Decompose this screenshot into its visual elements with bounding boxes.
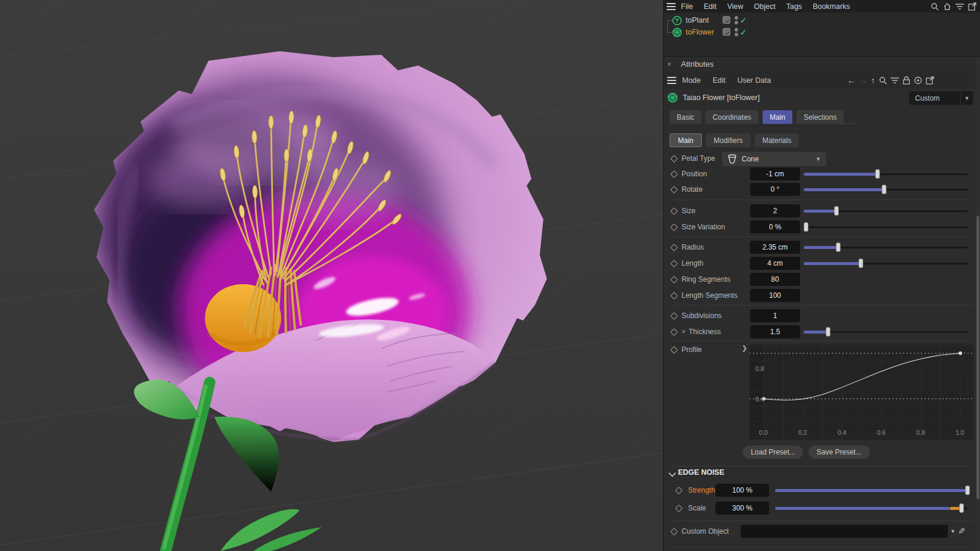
track-target-icon[interactable] bbox=[914, 76, 922, 85]
param-diamond-icon[interactable] bbox=[670, 223, 678, 231]
param-diamond-icon[interactable] bbox=[670, 292, 678, 300]
subtab-modifiers[interactable]: Modifiers bbox=[706, 133, 751, 147]
rotate-slider[interactable] bbox=[804, 183, 967, 196]
param-diamond-icon[interactable] bbox=[670, 170, 678, 178]
radius-value[interactable]: 2.35 cm bbox=[750, 241, 800, 254]
size-variation-value[interactable]: 0 % bbox=[750, 220, 800, 234]
edge-noise-section-header[interactable]: EDGE NOISE bbox=[664, 466, 980, 480]
lock-icon[interactable] bbox=[903, 76, 910, 85]
search-icon[interactable] bbox=[879, 76, 887, 85]
menu-file[interactable]: File bbox=[681, 2, 693, 11]
tab-basic[interactable]: Basic bbox=[670, 110, 701, 124]
preset-mode-dropdown[interactable]: Custom ▼ bbox=[909, 91, 973, 105]
scale-value[interactable]: 300 % bbox=[715, 502, 769, 515]
enabled-check-icon[interactable]: ✓ bbox=[740, 16, 747, 24]
position-slider[interactable] bbox=[804, 167, 967, 180]
splitter-handle[interactable]: ······ bbox=[842, 120, 860, 126]
popout-icon[interactable] bbox=[926, 76, 934, 85]
param-diamond-icon[interactable] bbox=[675, 487, 683, 494]
splitter[interactable] bbox=[740, 127, 966, 128]
length-slider[interactable] bbox=[804, 257, 967, 270]
subtab-materials[interactable]: Materials bbox=[755, 133, 799, 147]
search-icon[interactable] bbox=[931, 2, 939, 11]
enabled-check-icon[interactable]: ✓ bbox=[740, 28, 747, 36]
chevron-down-icon[interactable]: ▼ bbox=[950, 528, 956, 534]
hamburger-menu-icon[interactable] bbox=[667, 3, 676, 10]
ring-segments-value[interactable]: 80 bbox=[750, 273, 800, 286]
pick-object-pencil-icon[interactable]: ✎ bbox=[958, 526, 966, 537]
menu-object[interactable]: Object bbox=[754, 2, 776, 11]
forward-arrow-icon[interactable]: → bbox=[859, 76, 867, 85]
param-diamond-icon[interactable] bbox=[670, 312, 678, 320]
svg-text:0.8: 0.8 bbox=[916, 429, 925, 436]
position-value[interactable]: -1 cm bbox=[750, 167, 800, 180]
thickness-value[interactable]: 1.5 bbox=[750, 325, 800, 338]
size-value[interactable]: 2 bbox=[750, 204, 800, 217]
visibility-dots[interactable] bbox=[735, 16, 738, 25]
edit-chip-icon[interactable] bbox=[723, 28, 730, 36]
save-preset-button[interactable]: Save Preset... bbox=[808, 446, 870, 459]
length-segments-value[interactable]: 100 bbox=[750, 289, 800, 302]
popout-icon[interactable] bbox=[968, 2, 976, 11]
petal-type-dropdown[interactable]: Cone ▼ bbox=[722, 152, 826, 166]
tab-main[interactable]: Main bbox=[763, 110, 792, 124]
rotate-value[interactable]: 0 ° bbox=[750, 183, 800, 196]
close-icon[interactable]: × bbox=[667, 60, 671, 69]
scale-slider[interactable] bbox=[775, 502, 967, 515]
tab-selections[interactable]: Selections bbox=[797, 110, 844, 124]
expand-chevron-icon[interactable]: > bbox=[682, 328, 685, 335]
attributes-nav-icons: ← → ↑ bbox=[847, 71, 934, 89]
strength-slider[interactable] bbox=[775, 484, 967, 497]
param-diamond-icon[interactable] bbox=[670, 276, 678, 284]
length-value[interactable]: 4 cm bbox=[750, 257, 800, 270]
profile-curve-editor[interactable]: 0.80.40.00.20.40.60.81.0 bbox=[749, 344, 973, 440]
radius-slider[interactable] bbox=[804, 241, 967, 254]
viewport-3d[interactable] bbox=[0, 0, 663, 551]
load-preset-button[interactable]: Load Preset... bbox=[743, 446, 803, 459]
menu-edit[interactable]: Edit bbox=[704, 2, 717, 11]
size-slider[interactable] bbox=[804, 204, 967, 217]
menu-bookmarks[interactable]: Bookmarks bbox=[813, 2, 850, 11]
param-diamond-icon[interactable] bbox=[670, 346, 678, 354]
thickness-slider[interactable] bbox=[804, 325, 967, 338]
chevron-down-icon[interactable]: ▼ bbox=[960, 91, 973, 105]
param-diamond-icon[interactable] bbox=[670, 186, 678, 194]
scrollbar-thumb[interactable] bbox=[976, 216, 979, 499]
tab-coordinates[interactable]: Coordinates bbox=[705, 110, 758, 124]
hamburger-menu-icon[interactable] bbox=[667, 77, 676, 84]
plant-object-icon bbox=[672, 15, 682, 26]
menu-edit2[interactable]: Edit bbox=[713, 76, 726, 85]
custom-object-input[interactable] bbox=[741, 525, 948, 538]
row-thickness: > Thickness 1.5 bbox=[664, 325, 980, 338]
param-diamond-icon[interactable] bbox=[670, 155, 678, 163]
subtab-main[interactable]: Main bbox=[670, 133, 702, 147]
param-diamond-icon[interactable] bbox=[670, 528, 678, 536]
cinema4d-window: { "menu_bar": { "items": ["File", "Edit"… bbox=[0, 0, 980, 551]
menu-view[interactable]: View bbox=[727, 2, 743, 11]
object-row-toplant[interactable]: toPlant ✓ bbox=[664, 14, 980, 26]
expand-chevron-icon[interactable]: ❯ bbox=[742, 344, 747, 352]
home-icon[interactable] bbox=[943, 2, 951, 11]
param-diamond-icon[interactable] bbox=[670, 328, 678, 336]
menu-mode[interactable]: Mode bbox=[682, 76, 701, 85]
param-diamond-icon[interactable] bbox=[675, 505, 683, 512]
param-diamond-icon[interactable] bbox=[670, 207, 678, 215]
cone-icon bbox=[726, 154, 738, 164]
size-variation-slider[interactable] bbox=[804, 220, 967, 234]
param-label: Petal Type bbox=[682, 154, 715, 163]
subdivisions-value[interactable]: 1 bbox=[750, 309, 800, 322]
up-arrow-icon[interactable]: ↑ bbox=[871, 76, 875, 85]
menu-tags[interactable]: Tags bbox=[786, 2, 802, 11]
filter-icon[interactable] bbox=[891, 77, 899, 84]
param-label: Ring Segments bbox=[682, 275, 730, 284]
edit-chip-icon[interactable] bbox=[723, 16, 730, 24]
back-arrow-icon[interactable]: ← bbox=[847, 76, 855, 85]
param-diamond-icon[interactable] bbox=[670, 260, 678, 267]
param-diamond-icon[interactable] bbox=[670, 244, 678, 251]
menu-user-data[interactable]: User Data bbox=[738, 76, 771, 85]
object-row-toflower[interactable]: toFlower ✓ bbox=[664, 26, 980, 38]
visibility-dots[interactable] bbox=[735, 28, 738, 37]
filter-icon[interactable] bbox=[956, 3, 964, 10]
strength-value[interactable]: 100 % bbox=[715, 484, 769, 497]
panel-scrollbar[interactable] bbox=[976, 57, 980, 551]
